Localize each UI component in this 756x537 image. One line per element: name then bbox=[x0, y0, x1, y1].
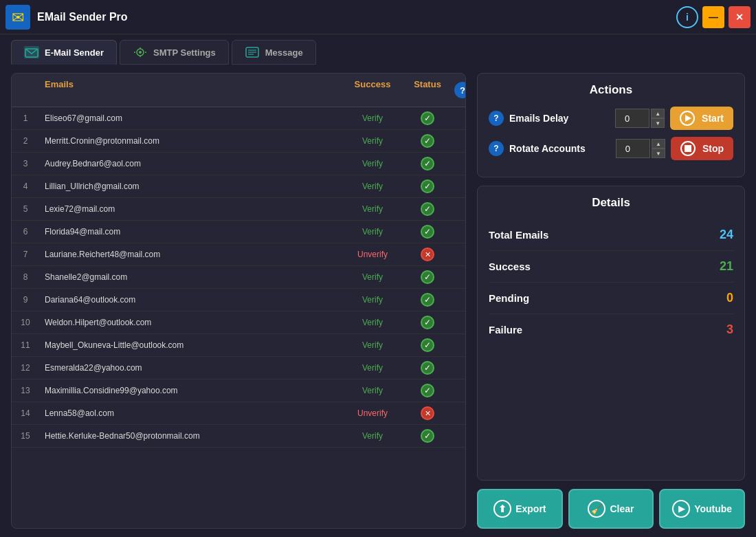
status-check-icon: ✓ bbox=[421, 157, 434, 171]
row-verify: Verify bbox=[342, 227, 403, 237]
app-title: EMail Sender Pro bbox=[37, 11, 676, 23]
row-verify: Verify bbox=[342, 204, 403, 214]
row-status: ✓ bbox=[403, 225, 452, 239]
rotate-accounts-help-button[interactable]: ? bbox=[489, 141, 504, 156]
pending-label: Pending bbox=[489, 292, 529, 304]
table-row: 8 Shanelle2@gmail.com Verify ✓ bbox=[12, 266, 465, 289]
row-email: Maybell_Okuneva-Little@outlook.com bbox=[39, 340, 342, 350]
row-status: ✓ bbox=[403, 270, 452, 284]
total-emails-label: Total Emails bbox=[489, 229, 548, 241]
svg-text:✉: ✉ bbox=[12, 9, 24, 26]
row-num: 13 bbox=[12, 386, 39, 395]
table-row: 2 Merritt.Cronin@protonmail.com Verify ✓ bbox=[12, 130, 465, 153]
total-emails-row: Total Emails 24 bbox=[489, 219, 733, 251]
row-email: Florida94@mail.com bbox=[39, 227, 342, 237]
row-num: 15 bbox=[12, 431, 39, 441]
start-icon bbox=[680, 111, 695, 126]
emails-delay-help-button[interactable]: ? bbox=[489, 111, 504, 126]
row-verify: Verify bbox=[342, 113, 403, 123]
clear-button[interactable]: 🧹 Clear bbox=[568, 489, 654, 529]
status-check-icon: ✓ bbox=[421, 111, 434, 125]
status-check-icon: ✓ bbox=[421, 361, 434, 375]
row-email: Merritt.Cronin@protonmail.com bbox=[39, 136, 342, 146]
tab-smtp-settings[interactable]: SMTP Settings bbox=[120, 40, 229, 65]
status-check-icon: ✓ bbox=[421, 225, 434, 239]
row-email: Lauriane.Reichert48@mail.com bbox=[39, 250, 342, 259]
row-status: ✓ bbox=[403, 179, 452, 193]
table-row: 14 Lenna58@aol.com Unverify ✕ bbox=[12, 402, 465, 425]
start-label: Start bbox=[702, 113, 724, 124]
table-row: 10 Weldon.Hilpert@outlook.com Verify ✓ bbox=[12, 311, 465, 334]
row-num: 12 bbox=[12, 363, 39, 373]
tab-email-sender[interactable]: E-Mail Sender bbox=[11, 40, 117, 65]
row-verify: Verify bbox=[342, 431, 403, 441]
emails-delay-down-button[interactable]: ▼ bbox=[651, 118, 665, 128]
row-status: ✕ bbox=[403, 406, 452, 420]
status-check-icon: ✓ bbox=[421, 293, 434, 307]
rotate-accounts-down-button[interactable]: ▼ bbox=[652, 149, 665, 158]
table-row: 4 Lillian_Ullrich@gmail.com Verify ✓ bbox=[12, 175, 465, 198]
row-email: Shanelle2@gmail.com bbox=[39, 272, 342, 282]
row-email: Lexie72@mail.com bbox=[39, 204, 342, 214]
row-status: ✓ bbox=[403, 202, 452, 216]
tab-email-sender-label: E-Mail Sender bbox=[45, 47, 104, 58]
row-email: Esmeralda22@yahoo.com bbox=[39, 363, 342, 373]
start-button[interactable]: Start bbox=[670, 107, 733, 130]
success-value: 21 bbox=[720, 259, 733, 274]
row-status: ✓ bbox=[403, 316, 452, 329]
row-verify: Verify bbox=[342, 136, 403, 146]
row-verify: Verify bbox=[342, 386, 403, 395]
row-num: 1 bbox=[12, 113, 39, 123]
rotate-accounts-up-button[interactable]: ▲ bbox=[652, 139, 665, 149]
row-email: Lillian_Ullrich@gmail.com bbox=[39, 182, 342, 191]
close-button[interactable]: ✕ bbox=[729, 6, 751, 28]
status-x-icon: ✕ bbox=[421, 406, 434, 420]
row-email: Lenna58@aol.com bbox=[39, 408, 342, 418]
tab-message[interactable]: Message bbox=[232, 40, 316, 65]
table-row: 11 Maybell_Okuneva-Little@outlook.com Ve… bbox=[12, 334, 465, 357]
table-header: Emails Success Status ? bbox=[12, 74, 465, 107]
row-status: ✓ bbox=[403, 111, 452, 125]
row-status: ✓ bbox=[403, 293, 452, 307]
row-status: ✕ bbox=[403, 248, 452, 261]
rotate-accounts-input[interactable] bbox=[616, 139, 650, 158]
row-verify: Verify bbox=[342, 182, 403, 191]
details-section: Details Total Emails 24 Success 21 Pendi… bbox=[477, 186, 745, 481]
total-emails-value: 24 bbox=[720, 228, 733, 242]
row-verify: Verify bbox=[342, 318, 403, 327]
row-num: 7 bbox=[12, 250, 39, 259]
col-status: Status bbox=[403, 79, 452, 101]
app-logo-icon: ✉ bbox=[5, 5, 30, 30]
emails-delay-input[interactable] bbox=[615, 109, 649, 128]
table-row: 13 Maximillia.Considine99@yahoo.com Veri… bbox=[12, 380, 465, 402]
row-verify: Verify bbox=[342, 363, 403, 373]
row-verify: Verify bbox=[342, 272, 403, 282]
emails-delay-up-button[interactable]: ▲ bbox=[651, 109, 665, 118]
row-email: Weldon.Hilpert@outlook.com bbox=[39, 318, 342, 327]
table-row: 12 Esmeralda22@yahoo.com Verify ✓ bbox=[12, 357, 465, 380]
col-emails: Emails bbox=[39, 79, 342, 101]
row-status: ✓ bbox=[403, 338, 452, 352]
pending-row: Pending 0 bbox=[489, 283, 733, 314]
stop-button[interactable]: Stop bbox=[671, 137, 733, 160]
export-button[interactable]: ⬆ Export bbox=[477, 489, 563, 529]
table-row: 9 Dariana64@outlook.com Verify ✓ bbox=[12, 289, 465, 311]
minimize-button[interactable]: — bbox=[702, 6, 724, 28]
main-content: Emails Success Status ? 1 Eliseo67@gmail… bbox=[0, 65, 756, 537]
row-num: 5 bbox=[12, 204, 39, 214]
row-num: 14 bbox=[12, 408, 39, 418]
stop-icon bbox=[680, 141, 696, 156]
row-verify: Verify bbox=[342, 159, 403, 168]
actions-section: Actions ? Emails Delay ▲ ▼ Start bbox=[477, 73, 745, 177]
clear-icon: 🧹 bbox=[588, 500, 605, 518]
youtube-button[interactable]: ▶ Youtube bbox=[659, 489, 745, 529]
svg-point-5 bbox=[139, 51, 142, 54]
row-status: ✓ bbox=[403, 384, 452, 397]
success-row: Success 21 bbox=[489, 251, 733, 283]
tab-bar: E-Mail Sender SMTP Settings Message bbox=[0, 34, 756, 65]
row-email: Audrey.Bednar6@aol.com bbox=[39, 159, 342, 168]
pending-value: 0 bbox=[726, 291, 733, 305]
info-button[interactable]: i bbox=[676, 6, 698, 28]
email-sender-tab-icon bbox=[24, 46, 39, 58]
table-help-button[interactable]: ? bbox=[454, 82, 465, 98]
